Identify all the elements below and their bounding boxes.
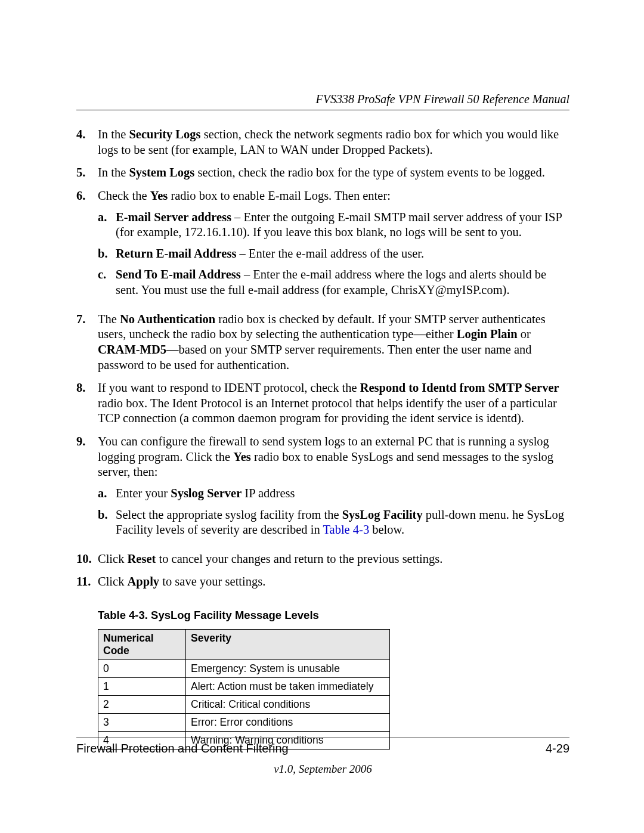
item-number: 9.	[76, 434, 98, 544]
cell-severity: Critical: Critical conditions	[186, 696, 390, 714]
item-letter: b.	[98, 507, 116, 538]
page-header-title: FVS338 ProSafe VPN Firewall 50 Reference…	[76, 92, 569, 110]
text: or	[518, 327, 531, 340]
item-letter: c.	[98, 267, 116, 298]
list-item-10: 10. Click Reset to cancel your changes a…	[76, 552, 569, 567]
sub-item-b: b. Return E-mail Address – Enter the e-m…	[98, 246, 569, 262]
item-letter: b.	[98, 246, 116, 262]
cell-code: 1	[98, 678, 186, 696]
table-caption: Table 4-3. SysLog Facility Message Level…	[98, 609, 569, 622]
text: Click	[98, 575, 128, 588]
bold-text: Return E-mail Address	[116, 247, 236, 260]
cell-code: 0	[98, 660, 186, 678]
text: – Enter the e-mail address of the user.	[236, 247, 424, 260]
bold-text: Syslog Server	[171, 487, 242, 500]
sub-item-a: a. Enter your Syslog Server IP address	[98, 486, 569, 501]
sub-body: Return E-mail Address – Enter the e-mail…	[116, 246, 569, 262]
footer-page-number: 4-29	[546, 742, 569, 755]
table-row: 0Emergency: System is unusable	[98, 660, 390, 678]
sub-item-b: b. Select the appropriate syslog facilit…	[98, 507, 569, 538]
cell-severity: Emergency: System is unusable	[186, 660, 390, 678]
list-item-6: 6. Check the Yes radio box to enable E-m…	[76, 188, 569, 304]
item-body: You can configure the firewall to send s…	[98, 434, 569, 544]
bold-text: Login Plain	[457, 327, 518, 340]
sub-item-c: c. Send To E-mail Address – Enter the e-…	[98, 267, 569, 298]
table-link[interactable]: Table 4-3	[323, 523, 369, 536]
sub-item-a: a. E-mail Server address – Enter the out…	[98, 210, 569, 240]
bold-text: Security Logs	[129, 128, 200, 141]
table-row: 2Critical: Critical conditions	[98, 696, 390, 714]
text: In the	[98, 166, 129, 179]
list-item-11: 11. Click Apply to save your settings.	[76, 574, 569, 590]
list-item-5: 5. In the System Logs section, check the…	[76, 165, 569, 181]
item-number: 5.	[76, 165, 98, 181]
list-item-8: 8. If you want to respond to IDENT proto…	[76, 380, 569, 426]
sub-list: a. E-mail Server address – Enter the out…	[98, 210, 569, 298]
bold-text: Send To E-mail Address	[116, 268, 241, 281]
item-letter: a.	[98, 486, 116, 501]
text: In the	[98, 128, 129, 141]
table-row: 1Alert: Action must be taken immediately	[98, 678, 390, 696]
text: IP address	[242, 487, 295, 500]
bold-text: Yes	[150, 189, 168, 202]
item-number: 10.	[76, 552, 98, 567]
cell-code: 3	[98, 714, 186, 732]
sub-body: Select the appropriate syslog facility f…	[116, 507, 569, 538]
item-body: The No Authentication radio box is check…	[98, 312, 569, 373]
list-item-4: 4. In the Security Logs section, check t…	[76, 127, 569, 157]
footer-row: Firewall Protection and Content Filterin…	[76, 742, 569, 755]
item-number: 8.	[76, 380, 98, 426]
text: radio box to enable E-mail Logs. Then en…	[168, 189, 391, 202]
bold-text: No Authentication	[120, 312, 215, 326]
footer-version: v1.0, September 2006	[76, 763, 569, 776]
sub-list: a. Enter your Syslog Server IP address b…	[98, 486, 569, 538]
text: If you want to respond to IDENT protocol…	[98, 381, 360, 394]
text: to save your settings.	[159, 575, 265, 588]
bold-text: System Logs	[129, 166, 194, 179]
table-row: 3Error: Error conditions	[98, 714, 390, 732]
cell-severity: Error: Error conditions	[186, 714, 390, 732]
bold-text: Yes	[233, 450, 251, 463]
syslog-table: Numerical Code Severity 0Emergency: Syst…	[98, 629, 390, 750]
document-page: FVS338 ProSafe VPN Firewall 50 Reference…	[0, 0, 644, 833]
bold-text: Respond to Identd from SMTP Server	[360, 381, 559, 394]
bold-text: Reset	[128, 552, 156, 565]
table-header-row: Numerical Code Severity	[98, 630, 390, 660]
sub-body: Send To E-mail Address – Enter the e-mai…	[116, 267, 569, 298]
bold-text: CRAM-MD5	[98, 343, 166, 356]
bold-text: Apply	[128, 575, 160, 588]
item-body: In the System Logs section, check the ra…	[98, 165, 569, 181]
table-header-code: Numerical Code	[98, 630, 186, 660]
item-body: If you want to respond to IDENT protocol…	[98, 380, 569, 426]
text: to cancel your changes and return to the…	[156, 552, 442, 565]
text: The	[98, 312, 120, 326]
bold-text: SysLog Facility	[342, 508, 423, 521]
footer-section-title: Firewall Protection and Content Filterin…	[76, 742, 289, 755]
table-header-severity: Severity	[186, 630, 390, 660]
item-number: 4.	[76, 127, 98, 157]
bold-text: E-mail Server address	[116, 210, 231, 224]
list-item-7: 7. The No Authentication radio box is ch…	[76, 312, 569, 373]
cell-code: 2	[98, 696, 186, 714]
item-number: 6.	[76, 188, 98, 304]
text: section, check the radio box for the typ…	[194, 166, 545, 179]
text: below.	[369, 523, 404, 536]
page-footer: Firewall Protection and Content Filterin…	[76, 738, 569, 776]
text: radio box. The Ident Protocol is an Inte…	[98, 397, 557, 425]
text: Select the appropriate syslog facility f…	[116, 508, 342, 521]
sub-body: Enter your Syslog Server IP address	[116, 486, 569, 501]
item-body: Check the Yes radio box to enable E-mail…	[98, 188, 569, 304]
item-body: In the Security Logs section, check the …	[98, 127, 569, 157]
item-body: Click Apply to save your settings.	[98, 574, 569, 590]
item-letter: a.	[98, 210, 116, 240]
item-body: Click Reset to cancel your changes and r…	[98, 552, 569, 567]
list-item-9: 9. You can configure the firewall to sen…	[76, 434, 569, 544]
item-number: 11.	[76, 574, 98, 590]
sub-body: E-mail Server address – Enter the outgoi…	[116, 210, 569, 240]
item-number: 7.	[76, 312, 98, 373]
instruction-list: 4. In the Security Logs section, check t…	[76, 127, 569, 590]
text: Click	[98, 552, 128, 565]
text: Enter your	[116, 487, 171, 500]
text: Check the	[98, 189, 150, 202]
cell-severity: Alert: Action must be taken immediately	[186, 678, 390, 696]
